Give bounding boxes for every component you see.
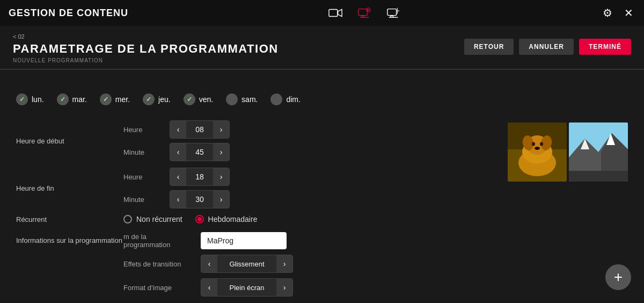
heure-fin-minute-label: Minute — [123, 196, 161, 204]
heure-debut-heure-value: 08 — [186, 122, 213, 137]
radio-group: Non récurrent Hebdomadaire — [123, 215, 257, 223]
heure-debut-fields: Heure ‹ 08 › Minute ‹ 45 › — [123, 120, 230, 161]
retour-button[interactable]: RETOUR — [464, 39, 514, 55]
heure-debut-minute-label: Minute — [123, 148, 161, 156]
breadcrumb: < 02 — [13, 33, 279, 40]
header-left: < 02 PARAMETRAGE DE LA PROGRAMMATION NOU… — [13, 33, 279, 63]
effets-next-btn[interactable]: › — [276, 255, 292, 272]
radio-non-recurrent-circle[interactable] — [123, 215, 132, 223]
top-bar: GESTION DE CONTENU — [0, 0, 644, 26]
day-ven-label: ven. — [199, 95, 213, 104]
info-row: Informations sur la programmation m de l… — [16, 232, 475, 297]
breadcrumb-arrow: < 02 — [13, 33, 25, 40]
day-ven[interactable]: ven. — [184, 93, 213, 105]
days-row: lun. mar. mer. jeu. ven. sam. dim. — [16, 93, 628, 105]
nom-input[interactable] — [201, 232, 287, 249]
svg-rect-0 — [329, 10, 338, 17]
radio-non-recurrent[interactable]: Non récurrent — [123, 215, 182, 223]
heure-debut-minute-spinner: ‹ 45 › — [170, 143, 230, 161]
page-title: PARAMETRAGE DE LA PROGRAMMATION — [13, 42, 279, 56]
settings-icon-btn[interactable]: ⚙ — [601, 4, 614, 21]
heure-debut-minute-inc[interactable]: › — [213, 143, 229, 161]
close-icon-btn[interactable]: ✕ — [622, 4, 635, 21]
schedule-icon[interactable] — [384, 4, 402, 22]
format-field-row: Format d'image ‹ Plein écran › — [123, 278, 475, 297]
day-ven-checkbox[interactable] — [184, 93, 195, 105]
page-subtitle: NOUVELLE PROGRAMMATION — [13, 57, 279, 63]
effets-value: Glissement — [217, 257, 276, 271]
heure-debut-minute-dec[interactable]: ‹ — [170, 143, 186, 161]
heure-debut-heure-spinner: ‹ 08 › — [170, 120, 230, 139]
annuler-button[interactable]: ANNULER — [519, 39, 574, 55]
thumb-mountain — [569, 122, 628, 182]
effets-field-row: Effets de transition ‹ Glissement › — [123, 255, 475, 273]
termine-button[interactable]: TERMINÉ — [579, 39, 631, 55]
format-prev-btn[interactable]: ‹ — [201, 279, 217, 296]
svg-point-21 — [535, 147, 540, 150]
heure-fin-heure-label: Heure — [123, 173, 161, 181]
day-jeu-checkbox[interactable] — [143, 93, 155, 105]
svg-point-6 — [368, 9, 369, 11]
effets-selector: ‹ Glissement › — [201, 255, 293, 273]
format-selector: ‹ Plein écran › — [201, 278, 293, 297]
radio-hebdomadaire[interactable]: Hebdomadaire — [195, 215, 258, 223]
day-mer-label: mer. — [115, 95, 130, 104]
svg-marker-1 — [338, 10, 342, 17]
day-sam[interactable]: sam. — [226, 93, 258, 105]
heure-fin-fields: Heure ‹ 18 › Minute ‹ 30 › — [123, 168, 230, 208]
day-dim[interactable]: dim. — [270, 93, 300, 105]
nom-label: m de la programmation — [123, 233, 193, 249]
nav-icons — [128, 4, 601, 22]
heure-fin-minute-row: Minute ‹ 30 › — [123, 190, 230, 208]
heure-debut-label: Heure de début — [16, 137, 123, 145]
effets-prev-btn[interactable]: ‹ — [201, 255, 217, 272]
day-dim-checkbox[interactable] — [270, 93, 282, 105]
svg-point-19 — [532, 142, 535, 146]
heure-fin-label: Heure de fin — [16, 184, 123, 192]
heure-debut-heure-row: Heure ‹ 08 › — [123, 120, 230, 139]
day-mar[interactable]: mar. — [57, 93, 87, 105]
video-camera-icon[interactable] — [326, 4, 345, 22]
svg-rect-7 — [387, 9, 397, 16]
format-next-btn[interactable]: › — [276, 279, 292, 296]
day-mer[interactable]: mer. — [100, 93, 130, 105]
heure-fin-heure-value: 18 — [186, 169, 213, 184]
heure-fin-heure-dec[interactable]: ‹ — [170, 168, 186, 185]
broadcast-record-icon[interactable] — [355, 4, 374, 22]
svg-rect-28 — [569, 171, 628, 182]
heure-debut-minute-row: Minute ‹ 45 › — [123, 143, 230, 161]
heure-debut-row: Heure de début Heure ‹ 08 › Minute ‹ — [16, 120, 475, 161]
format-label: Format d'image — [123, 284, 193, 292]
day-lun-label: lun. — [32, 95, 44, 104]
radio-hebdomadaire-circle[interactable] — [195, 215, 204, 223]
day-mar-checkbox[interactable] — [57, 93, 69, 105]
radio-non-recurrent-label: Non récurrent — [136, 215, 182, 223]
heure-fin-heure-row: Heure ‹ 18 › — [123, 168, 230, 186]
radio-hebdomadaire-label: Hebdomadaire — [208, 215, 258, 223]
svg-point-20 — [540, 142, 543, 146]
heure-debut-heure-dec[interactable]: ‹ — [170, 121, 186, 138]
day-lun[interactable]: lun. — [16, 93, 44, 105]
app-title: GESTION DE CONTENU — [9, 8, 128, 19]
nom-field-row: m de la programmation — [123, 232, 475, 249]
heure-fin-heure-inc[interactable]: › — [213, 168, 229, 185]
settings-icon: ⚙ — [603, 6, 612, 19]
heure-fin-minute-inc[interactable]: › — [213, 191, 229, 208]
header-divider — [0, 69, 644, 70]
top-bar-right: ⚙ ✕ — [601, 4, 635, 21]
heure-fin-minute-dec[interactable]: ‹ — [170, 191, 186, 208]
add-button[interactable]: + — [605, 264, 631, 290]
day-lun-checkbox[interactable] — [16, 93, 28, 105]
recurrent-row: Récurrent Non récurrent Hebdomadaire — [16, 215, 475, 223]
day-mar-label: mar. — [72, 95, 87, 104]
day-sam-label: sam. — [241, 95, 258, 104]
day-sam-checkbox[interactable] — [226, 93, 238, 105]
day-jeu[interactable]: jeu. — [143, 93, 171, 105]
day-mer-checkbox[interactable] — [100, 93, 112, 105]
heure-debut-heure-inc[interactable]: › — [213, 121, 229, 138]
heure-fin-minute-spinner: ‹ 30 › — [170, 190, 230, 208]
close-icon: ✕ — [624, 6, 633, 19]
header-section: < 02 PARAMETRAGE DE LA PROGRAMMATION NOU… — [0, 26, 644, 69]
info-fields: m de la programmation Effets de transiti… — [123, 232, 475, 297]
recurrent-label: Récurrent — [16, 215, 123, 223]
